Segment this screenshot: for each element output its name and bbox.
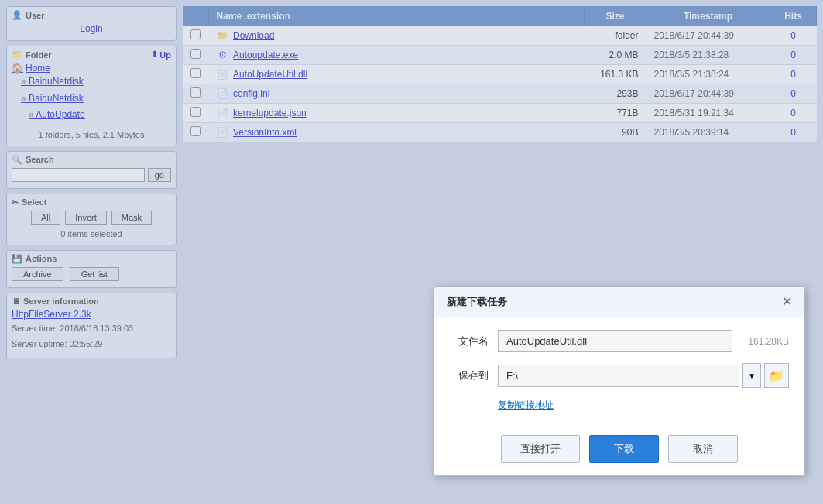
saveto-dropdown-button[interactable]: ▼ xyxy=(742,363,761,388)
cancel-button[interactable]: 取消 xyxy=(668,435,738,463)
open-directly-button[interactable]: 直接打开 xyxy=(501,435,580,463)
modal-footer: 直接打开 下载 取消 xyxy=(434,435,804,475)
modal-body: 文件名 161.28KB 保存到 ▼ 📁 复制链接地址 xyxy=(434,317,804,435)
saveto-label: 保存到 xyxy=(450,369,489,382)
modal-header: 新建下载任务 ✕ xyxy=(434,287,804,317)
download-button[interactable]: 下载 xyxy=(589,435,659,463)
saveto-folder-button[interactable]: 📁 xyxy=(764,363,789,388)
saveto-field: 保存到 ▼ 📁 xyxy=(450,363,789,388)
modal-title: 新建下载任务 xyxy=(447,295,507,309)
modal-close-button[interactable]: ✕ xyxy=(782,296,792,308)
filename-label: 文件名 xyxy=(450,334,489,348)
filesize-display: 161.28KB xyxy=(748,336,789,347)
copy-link-button[interactable]: 复制链接地址 xyxy=(450,399,789,412)
saveto-input[interactable] xyxy=(498,365,739,387)
modal-overlay: 新建下载任务 ✕ 文件名 161.28KB 保存到 ▼ 📁 复制链接地址 直接打… xyxy=(0,0,823,504)
saveto-row: ▼ 📁 xyxy=(498,363,789,388)
download-dialog: 新建下载任务 ✕ 文件名 161.28KB 保存到 ▼ 📁 复制链接地址 直接打… xyxy=(434,286,805,476)
filename-field: 文件名 161.28KB xyxy=(450,330,789,352)
filename-input[interactable] xyxy=(498,330,732,352)
